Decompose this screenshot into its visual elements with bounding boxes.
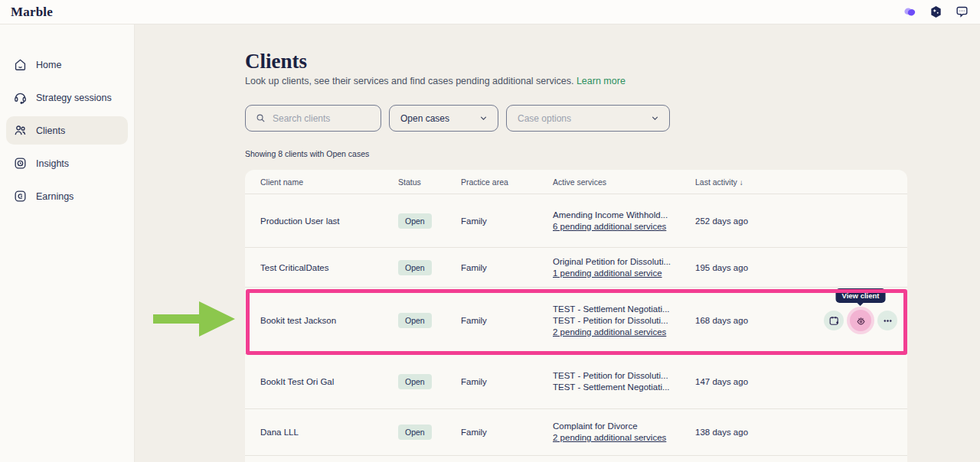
view-client-button[interactable] [850, 310, 871, 331]
practice-area: Family [461, 377, 553, 386]
table-body: Production User last Open Family Amendin… [245, 194, 907, 456]
search-input[interactable] [273, 113, 373, 124]
headset-icon [13, 90, 28, 105]
table-header: Client name Status Practice area Active … [245, 170, 907, 194]
client-name: Dana LLL [245, 428, 398, 437]
people-icon [13, 123, 28, 138]
sidebar-item-label: Home [36, 60, 61, 70]
ellipsis-icon [882, 315, 893, 327]
sidebar-item-clients[interactable]: Clients [6, 116, 128, 145]
sidebar-item-strategy-sessions[interactable]: Strategy sessions [6, 83, 128, 112]
case-options-placeholder: Case options [518, 113, 571, 124]
active-services: TEST - Petition for Dissoluti...TEST - S… [553, 370, 695, 393]
last-activity: 252 days ago [695, 216, 795, 226]
sidebar-item-earnings[interactable]: Earnings [6, 182, 128, 210]
col-status: Status [398, 177, 461, 187]
page-subtitle: Look up clients, see their services and … [245, 76, 626, 86]
status-badge: Open [398, 260, 432, 275]
case-status-value: Open cases [400, 113, 449, 124]
sidebar-item-insights[interactable]: Insights [6, 149, 128, 177]
pending-services-link[interactable]: 2 pending additional services [553, 327, 666, 338]
last-activity: 168 days ago [695, 316, 795, 325]
service-item: Original Petition for Dissoluti... [553, 256, 695, 268]
table-row[interactable]: BookIt Test Ori Gal Open Family TEST - P… [245, 354, 907, 409]
search-icon [255, 112, 266, 124]
col-practice-area: Practice area [461, 177, 553, 187]
chat-icon[interactable] [955, 5, 969, 19]
status-badge: Open [398, 374, 432, 389]
pending-services-link[interactable]: 6 pending additional services [553, 221, 666, 233]
active-services: Original Petition for Dissoluti...1 pend… [553, 256, 695, 279]
clients-table: Client name Status Practice area Active … [245, 170, 907, 462]
earnings-icon [13, 189, 28, 203]
status-badge: Open [398, 313, 432, 328]
calendar-add-icon [828, 315, 840, 327]
topbar: Marble [0, 0, 980, 24]
status-cell: Open [398, 425, 461, 440]
active-services: TEST - Settlement Negotiati...TEST - Pet… [553, 304, 695, 338]
practice-area: Family [461, 263, 553, 272]
practice-area: Family [461, 216, 553, 226]
col-client-name: Client name [245, 177, 398, 187]
status-cell: Open [398, 213, 461, 229]
table-row[interactable]: Production User last Open Family Amendin… [245, 194, 907, 248]
service-item: Complaint for Divorce [553, 421, 695, 432]
pending-services-link[interactable]: 2 pending additional services [553, 432, 666, 444]
case-status-select[interactable]: Open cases [389, 105, 498, 132]
topbar-icons [903, 5, 969, 19]
client-name: Production User last [245, 216, 398, 226]
sort-desc-icon: ↓ [740, 178, 743, 187]
table-row[interactable]: Bookit test Jackson Open Family TEST - S… [245, 288, 907, 354]
marble-logo[interactable]: Marble [11, 5, 53, 20]
sidebar-item-home[interactable]: Home [6, 50, 128, 79]
page-title: Clients [245, 50, 307, 73]
sidebar-item-label: Clients [36, 125, 65, 136]
pending-services-link[interactable]: 1 pending additional service [553, 268, 662, 279]
more-options-button[interactable] [877, 311, 897, 330]
sidebar-item-label: Strategy sessions [36, 93, 112, 103]
status-cell: Open [398, 374, 461, 389]
search-clients-field[interactable] [245, 105, 381, 132]
status-cell: Open [398, 313, 461, 328]
row-actions: View client [795, 310, 907, 331]
client-name: Bookit test Jackson [245, 316, 398, 325]
app-root: Marble [0, 0, 980, 462]
service-item: Amending Income Withhold... [553, 210, 695, 221]
home-icon [13, 57, 28, 72]
case-options-select[interactable]: Case options [506, 105, 670, 132]
chevron-down-icon [479, 113, 488, 123]
view-client-button-wrap: View client [848, 310, 874, 331]
service-item: TEST - Petition for Dissoluti... [553, 370, 695, 382]
view-client-tooltip: View client [836, 288, 886, 303]
service-item: TEST - Petition for Dissoluti... [553, 315, 695, 327]
active-services: Amending Income Withhold...6 pending add… [553, 210, 695, 233]
service-item: TEST - Settlement Negotiati... [553, 304, 695, 315]
status-badge: Open [398, 425, 432, 440]
main-content: Clients Look up clients, see their servi… [135, 24, 980, 462]
sidebar-item-label: Earnings [36, 191, 74, 202]
chevron-down-icon [650, 113, 660, 123]
rewards-icon[interactable] [929, 5, 943, 19]
col-last-activity[interactable]: Last activity↓ [695, 177, 795, 187]
subtitle-text: Look up clients, see their services and … [245, 76, 573, 86]
results-summary: Showing 8 clients with Open cases [245, 149, 369, 158]
last-activity: 138 days ago [695, 428, 795, 437]
sidebar-item-label: Insights [36, 158, 69, 169]
learn-more-link[interactable]: Learn more [577, 76, 626, 86]
calendar-add-button[interactable] [824, 311, 844, 330]
table-row[interactable]: Test CriticalDates Open Family Original … [245, 248, 907, 288]
last-activity: 147 days ago [695, 377, 795, 386]
service-item: TEST - Settlement Negotiati... [553, 382, 695, 393]
sidebar: Home Strategy sessions [0, 24, 135, 462]
table-row[interactable]: Dana LLL Open Family Complaint for Divor… [245, 409, 907, 456]
insights-icon [13, 156, 28, 171]
client-name: Test CriticalDates [245, 263, 398, 272]
col-active-services: Active services [553, 177, 695, 187]
status-cell: Open [398, 260, 461, 275]
intercom-icon[interactable] [903, 5, 917, 19]
client-name: BookIt Test Ori Gal [245, 377, 398, 386]
practice-area: Family [461, 428, 553, 437]
status-badge: Open [398, 213, 432, 229]
last-activity: 195 days ago [695, 263, 795, 272]
active-services: Complaint for Divorce2 pending additiona… [553, 421, 695, 444]
